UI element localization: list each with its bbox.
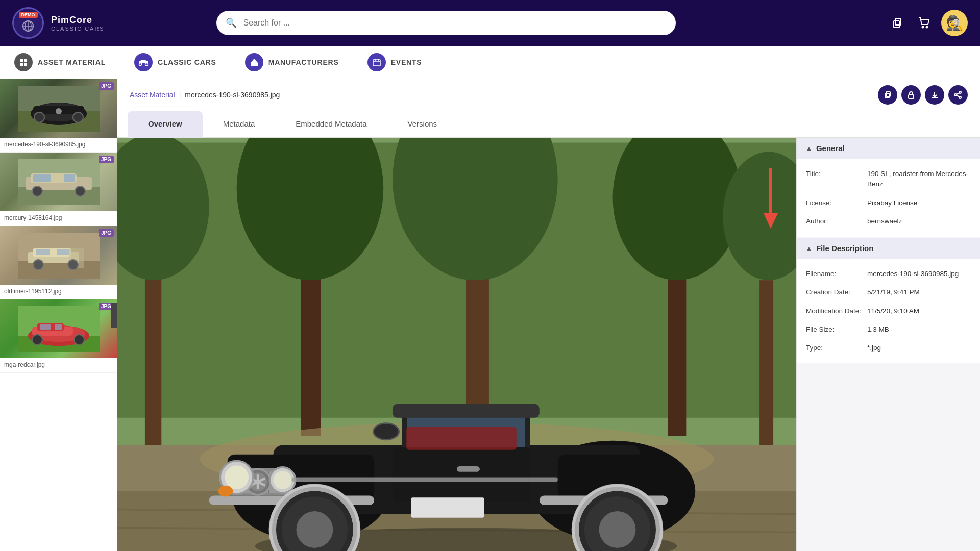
sidebar-label-0: mercedes-190-sl-3690985.jpg xyxy=(0,138,117,152)
svg-point-110 xyxy=(274,471,292,489)
svg-point-61 xyxy=(959,91,961,93)
filename-label: Filename: xyxy=(806,269,867,279)
copy-icon-btn[interactable] xyxy=(888,14,906,32)
svg-rect-42 xyxy=(57,249,69,255)
lock-action-btn[interactable] xyxy=(901,85,921,105)
general-section-title: General xyxy=(816,144,845,153)
action-icons xyxy=(878,85,968,105)
manufacturers-icon xyxy=(245,53,263,71)
info-row-title: Title: 190 SL, roadster from Mercedes-Be… xyxy=(797,165,980,194)
logo-sub-text: CLASSIC CARS xyxy=(51,26,105,32)
svg-rect-123 xyxy=(291,478,557,482)
file-description-section: ▲ File Description Filename: mercedes-19… xyxy=(797,238,980,363)
svg-rect-16 xyxy=(253,64,255,66)
sidebar-badge-1: JPG xyxy=(99,156,114,163)
image-panel xyxy=(117,138,796,551)
share-action-btn[interactable] xyxy=(948,85,968,105)
image-info-row: ▲ General Title: 190 SL, roadster from M… xyxy=(117,138,980,551)
info-row-license: License: Pixabay License xyxy=(797,194,980,212)
svg-rect-10 xyxy=(20,63,23,66)
general-section: ▲ General Title: 190 SL, roadster from M… xyxy=(797,138,980,237)
modification-date-value: 11/5/20, 9:10 AM xyxy=(867,306,971,316)
tab-embedded-metadata[interactable]: Embedded Metadata xyxy=(275,111,387,138)
header: DEMO PimCore CLASSIC CARS 🔍 🕵️ xyxy=(0,0,980,46)
license-label: License: xyxy=(806,198,867,208)
logo-area: DEMO PimCore CLASSIC CARS xyxy=(12,7,105,39)
svg-rect-70 xyxy=(145,262,161,445)
tab-metadata[interactable]: Metadata xyxy=(203,111,276,138)
general-section-header[interactable]: ▲ General xyxy=(797,138,980,159)
file-description-section-header[interactable]: ▲ File Description xyxy=(797,238,980,259)
sidebar-item-2[interactable]: JPG oldtimer-1195112.jpg xyxy=(0,226,117,299)
nav-label-classic-cars: CLASSIC CARS xyxy=(158,58,216,66)
svg-rect-95 xyxy=(406,427,517,450)
svg-point-12 xyxy=(139,63,142,66)
creation-date-label: Creation Date: xyxy=(806,287,867,297)
svg-point-122 xyxy=(218,486,233,497)
svg-line-65 xyxy=(957,95,959,97)
sidebar-img-1 xyxy=(18,159,100,205)
svg-rect-53 xyxy=(55,324,62,330)
svg-rect-33 xyxy=(33,174,51,182)
copy-action-btn[interactable] xyxy=(878,85,897,105)
type-value: *.jpg xyxy=(867,343,971,353)
nav-item-asset-material[interactable]: ASSET MATERIAL xyxy=(0,46,120,79)
avatar[interactable]: 🕵️ xyxy=(941,10,968,36)
main-layout: JPG mercedes-190-sl-3690985.jpg JPG me xyxy=(0,79,980,551)
events-icon xyxy=(368,53,386,71)
svg-marker-15 xyxy=(251,59,258,63)
tab-overview[interactable]: Overview xyxy=(128,111,203,138)
tab-versions[interactable]: Versions xyxy=(387,111,458,138)
nav-label-manufacturers: MANUFACTURERS xyxy=(268,58,339,66)
svg-rect-38 xyxy=(18,261,100,279)
author-value: bernswaelz xyxy=(867,216,971,227)
svg-point-28 xyxy=(56,108,62,114)
svg-point-26 xyxy=(34,112,44,122)
search-input[interactable] xyxy=(216,11,676,35)
asset-material-icon xyxy=(14,53,33,71)
modification-date-label: Modification Date: xyxy=(806,306,867,316)
info-row-modification-date: Modification Date: 11/5/20, 9:10 AM xyxy=(797,302,980,320)
svg-rect-74 xyxy=(760,280,773,445)
nav-item-events[interactable]: EVENTS xyxy=(353,46,436,79)
download-action-btn[interactable] xyxy=(925,85,944,105)
sidebar-img-2 xyxy=(18,233,100,279)
svg-rect-5 xyxy=(895,18,901,25)
author-label: Author: xyxy=(806,216,867,227)
breadcrumb-current: mercedes-190-sl-3690985.jpg xyxy=(185,91,280,99)
breadcrumb: Asset Material | mercedes-190-sl-3690985… xyxy=(130,91,280,99)
type-label: Type: xyxy=(806,343,867,353)
info-row-filename: Filename: mercedes-190-sl-3690985.jpg xyxy=(797,265,980,283)
sidebar-collapse-btn[interactable]: ‹ xyxy=(111,303,117,328)
breadcrumb-parent[interactable]: Asset Material xyxy=(130,91,175,99)
svg-rect-52 xyxy=(40,324,51,330)
breadcrumb-bar: Asset Material | mercedes-190-sl-3690985… xyxy=(117,79,980,111)
nav-label-events: EVENTS xyxy=(391,58,422,66)
general-info-rows: Title: 190 SL, roadster from Mercedes-Be… xyxy=(797,159,980,237)
main-car-image xyxy=(117,138,796,551)
title-label: Title: xyxy=(806,169,867,190)
svg-point-27 xyxy=(73,112,83,122)
svg-point-13 xyxy=(145,63,148,66)
content-area: Asset Material | mercedes-190-sl-3690985… xyxy=(117,79,980,551)
nav-item-classic-cars[interactable]: CLASSIC CARS xyxy=(120,46,231,79)
sidebar-item-0[interactable]: JPG mercedes-190-sl-3690985.jpg xyxy=(0,79,117,153)
svg-rect-8 xyxy=(20,59,23,62)
sidebar: JPG mercedes-190-sl-3690985.jpg JPG me xyxy=(0,79,117,551)
breadcrumb-separator: | xyxy=(179,91,181,99)
logo-circle: DEMO xyxy=(12,7,44,39)
sidebar-label-1: mercury-1458164.jpg xyxy=(0,211,117,226)
cart-icon-btn[interactable] xyxy=(915,14,933,32)
logo-main-text: PimCore xyxy=(51,15,105,26)
svg-rect-17 xyxy=(373,60,380,66)
svg-rect-58 xyxy=(909,95,914,98)
nav-item-manufacturers[interactable]: MANUFACTURERS xyxy=(231,46,353,79)
svg-rect-41 xyxy=(36,249,50,255)
sidebar-img-3 xyxy=(18,306,100,352)
svg-point-108 xyxy=(225,465,249,489)
sidebar-item-3[interactable]: JPG mga-redcar.jpg xyxy=(0,299,117,373)
info-row-creation-date: Creation Date: 5/21/19, 9:41 PM xyxy=(797,283,980,302)
search-bar-wrapper: 🔍 xyxy=(216,11,676,35)
svg-rect-93 xyxy=(393,404,540,418)
sidebar-item-1[interactable]: JPG mercury-1458164.jpg xyxy=(0,153,117,226)
